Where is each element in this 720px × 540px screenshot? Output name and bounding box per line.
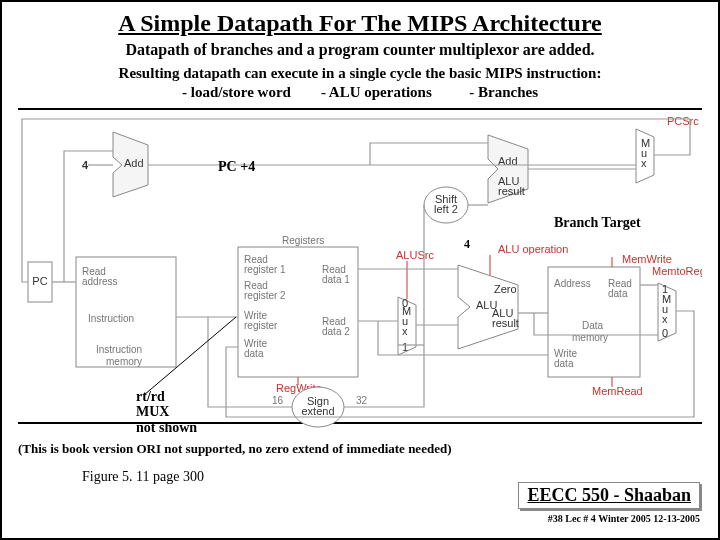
instruction-types: - load/store word - ALU operations - Bra… [42, 84, 678, 101]
lecture-info: #38 Lec # 4 Winter 2005 12-13-2005 [518, 513, 700, 524]
subtitle: Datapath of branches and a program count… [42, 41, 678, 59]
annotation-pc4: PC +4 [218, 159, 255, 175]
svg-text:1: 1 [662, 283, 668, 295]
regfile-label: Registers [282, 235, 324, 246]
signal-memtoreg: MemtoReg [652, 265, 702, 277]
dmem-addr: Address [554, 278, 591, 289]
svg-text:Data: Data [582, 320, 604, 331]
signal-pcsrc: PCSrc [667, 115, 699, 127]
signext-out: 32 [356, 395, 368, 406]
pc-block: PC [32, 275, 47, 287]
signal-aluop: ALU operation [498, 243, 568, 255]
annotation-branch-target: Branch Target [554, 215, 641, 231]
course-badge: EECC 550 - Shaaban [518, 482, 700, 509]
alu-zero: Zero [494, 283, 517, 295]
svg-text:1: 1 [402, 341, 408, 353]
svg-text:0: 0 [662, 327, 668, 339]
svg-text:memory: memory [106, 356, 142, 367]
type-load-store: - load/store word [182, 84, 291, 100]
description-line: Resulting datapath can execute in a sing… [42, 65, 678, 82]
svg-text:memory: memory [572, 332, 608, 343]
page-title: A Simple Datapath For The MIPS Architect… [2, 10, 718, 37]
annotation-aluop-bits: 4 [464, 237, 470, 252]
footnote: (This is book version ORI not supported,… [18, 441, 702, 457]
annotation-rtrd: rt/rd MUX not shown [136, 389, 197, 435]
signal-alusrc: ALUSrc [396, 249, 434, 261]
signal-memread: MemRead [592, 385, 643, 397]
svg-text:left 2: left 2 [434, 203, 458, 215]
type-branches: - Branches [469, 84, 538, 100]
signal-memwrite: MemWrite [622, 253, 672, 265]
svg-text:extend: extend [301, 405, 334, 417]
footer: EECC 550 - Shaaban #38 Lec # 4 Winter 20… [518, 482, 700, 524]
type-alu-ops: - ALU operations [321, 84, 432, 100]
adder-pc4: Add [124, 157, 144, 169]
imem-instruction: Instruction [88, 313, 134, 324]
signext-in: 16 [272, 395, 284, 406]
constant-4: 4 [82, 159, 89, 171]
datapath-diagram: PC 4 Add Mux PCSrc Add ALUresult Shift l… [18, 107, 702, 437]
imem-label: Instruction [96, 344, 142, 355]
